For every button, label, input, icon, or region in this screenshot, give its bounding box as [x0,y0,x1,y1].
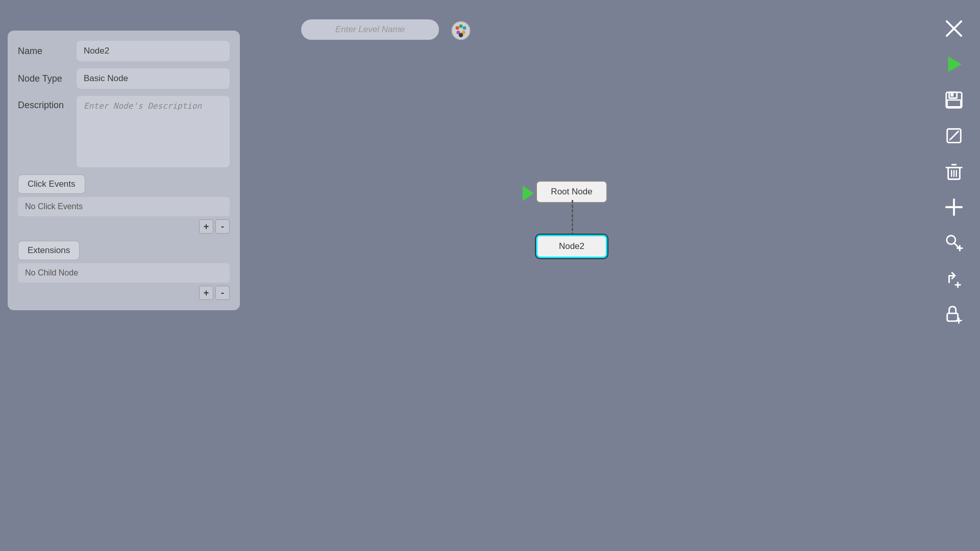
svg-line-17 [949,139,950,140]
delete-button[interactable] [941,158,967,185]
name-label: Name [18,46,71,57]
add-button[interactable] [941,194,967,220]
edit-button[interactable] [941,122,967,149]
link-add-button[interactable] [941,265,967,292]
search-add-button[interactable] [941,230,967,256]
child-node-label: Node2 [559,241,584,252]
description-label: Description [18,96,71,111]
close-button[interactable] [941,15,967,42]
name-input[interactable] [77,41,230,61]
save-button[interactable] [941,87,967,113]
svg-rect-12 [947,100,961,107]
lock-add-button[interactable] [941,301,967,328]
connector-line [572,200,573,236]
svg-rect-13 [950,93,953,97]
left-panel: Name Node Type Description Click Events … [8,31,240,310]
extensions-controls: + - [18,286,230,300]
node-type-label: Node Type [18,73,71,84]
play-indicator-icon [523,186,534,201]
node-type-row: Node Type [18,68,230,89]
right-toolbar [941,15,967,328]
extensions-remove-btn[interactable]: - [215,286,230,300]
click-events-add-btn[interactable]: + [199,219,213,234]
click-events-button[interactable]: Click Events [18,174,85,194]
extensions-button[interactable]: Extensions [18,241,80,260]
play-button[interactable] [941,51,967,78]
root-node-label: Root Node [551,187,592,197]
name-row: Name [18,41,230,61]
description-textarea[interactable] [77,96,230,167]
svg-marker-9 [948,57,962,72]
canvas-area[interactable]: Root Node Node2 [240,0,934,551]
extensions-section: Extensions No Child Node + - [18,241,230,300]
svg-line-15 [950,133,956,139]
svg-line-16 [957,131,959,133]
extensions-content: No Child Node [18,263,230,283]
node-type-input[interactable] [77,68,230,89]
extensions-add-btn[interactable]: + [199,286,213,300]
description-row: Description [18,96,230,167]
click-events-section: Click Events No Click Events + - [18,174,230,234]
child-node[interactable]: Node2 [536,235,607,258]
click-events-remove-btn[interactable]: - [215,219,230,234]
click-events-content: No Click Events [18,197,230,216]
click-events-controls: + - [18,219,230,234]
